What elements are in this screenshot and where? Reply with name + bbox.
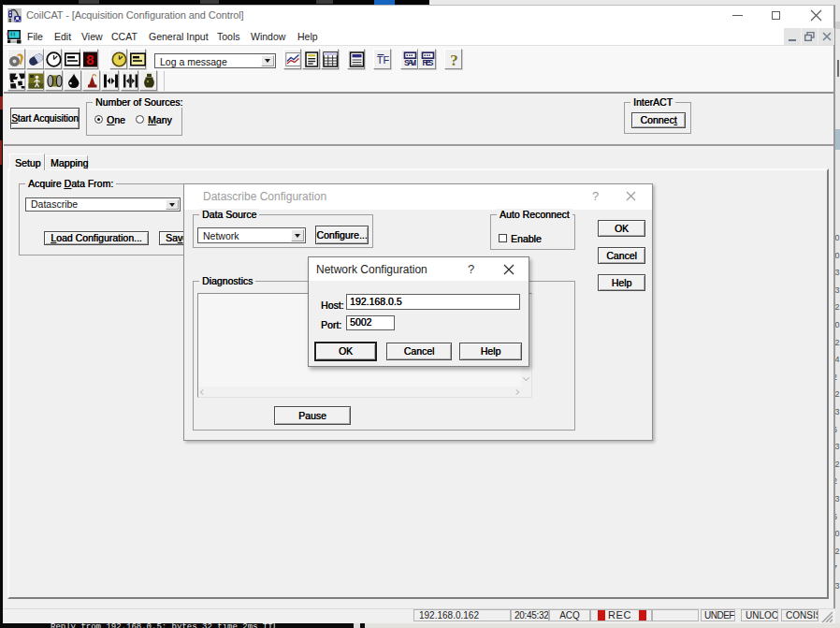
svg-text:8: 8 <box>86 51 94 67</box>
svg-text:TF: TF <box>377 54 390 66</box>
svg-text:SAVI: SAVI <box>404 58 416 67</box>
svg-text:RES: RES <box>423 58 434 67</box>
svg-text:?: ? <box>450 51 458 67</box>
